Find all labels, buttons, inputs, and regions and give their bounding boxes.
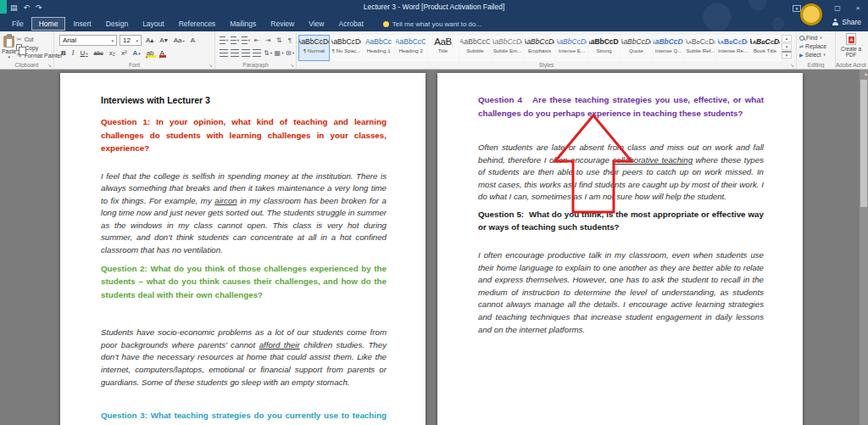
italic-button[interactable]: I	[70, 49, 76, 57]
style-subtle-emphasis[interactable]: AaBbCcDcSubtle Em...	[492, 35, 523, 61]
vertical-scrollbar[interactable]: ▴	[860, 70, 868, 425]
style-intense-quote[interactable]: AaBbCcDcIntense Q...	[653, 35, 684, 61]
style-title[interactable]: AaBTitle	[427, 35, 459, 61]
tab-review[interactable]: Review	[264, 18, 301, 30]
find-button[interactable]: Find	[799, 34, 833, 42]
answer-2-paragraph[interactable]: Students have socio-economic problems as…	[101, 327, 387, 389]
clipboard-group: Paste ▾ ✂Cut Copy ✎Format Painter Clipbo…	[0, 31, 54, 69]
multilevel-list-button[interactable]	[242, 36, 250, 46]
tab-view[interactable]: View	[302, 18, 331, 30]
style-subtle-reference[interactable]: AaBbCcDcSubtle Ref...	[685, 35, 716, 61]
style-name: Quote	[629, 48, 643, 53]
decrease-indent-button[interactable]: ⇤	[253, 36, 261, 46]
scroll-up-icon[interactable]: ▴	[865, 70, 867, 76]
style-heading-2[interactable]: AaBbCcCHeading 2	[395, 35, 426, 61]
save-icon[interactable]: ▤	[10, 2, 18, 14]
sort-button[interactable]: ⇅	[275, 36, 283, 46]
question-1-heading[interactable]: Question 1: In your opinion, what kind o…	[101, 115, 387, 155]
styles-scroll-up-button[interactable]: ▴	[782, 35, 792, 42]
tab-acrobat[interactable]: Acrobat	[331, 18, 370, 30]
paragraph-group-label: Paragraph	[215, 62, 296, 68]
tab-home[interactable]: Home	[31, 17, 66, 31]
undo-icon[interactable]: ↶	[24, 2, 31, 14]
style-normal[interactable]: AaBbCcDc¶ Normal	[298, 35, 330, 61]
question-2-heading[interactable]: Question 2: What do you think of those c…	[101, 262, 387, 302]
answer-5-paragraph[interactable]: I often encourage productive talk in my …	[478, 249, 764, 336]
borders-button[interactable]: ⊞	[286, 48, 294, 59]
bullets-button[interactable]	[220, 36, 228, 46]
clipboard-dialog-launcher[interactable]: ↘	[47, 62, 52, 68]
style-preview: AaBbCcDc	[556, 36, 587, 48]
grow-font-button[interactable]: A▴	[144, 36, 155, 44]
subscript-button[interactable]: x₂	[108, 49, 117, 57]
paragraph-dialog-launcher[interactable]: ↘	[290, 62, 294, 68]
style-name: Intense E...	[559, 48, 585, 53]
shading-button[interactable]: ▦	[275, 48, 283, 59]
close-button[interactable]: ×	[848, 0, 868, 16]
style-preview: AaB	[434, 36, 452, 48]
red-arrow-shape[interactable]	[547, 109, 640, 219]
styles-gallery: AaBbCcDc¶ Normal AaBbCcDc¶ No Spac... Aa…	[298, 34, 781, 59]
create-pdf-button[interactable]: Create a PDF	[837, 33, 865, 58]
text-effects-button[interactable]: A	[131, 49, 142, 57]
share-button[interactable]: Share	[832, 18, 861, 26]
style-subtitle[interactable]: AaBbCcCSubtitle	[459, 35, 491, 61]
tab-insert[interactable]: Insert	[66, 18, 97, 30]
redo-icon[interactable]: ↷	[36, 2, 42, 14]
shrink-font-button[interactable]: A▾	[158, 36, 169, 44]
show-paragraph-marks-button[interactable]: ¶	[286, 36, 294, 46]
tab-layout[interactable]: Layout	[136, 18, 171, 30]
line-spacing-button[interactable]: ⇅	[264, 48, 272, 59]
style-quote[interactable]: AaBbCcDcQuote	[620, 35, 652, 61]
align-center-button[interactable]	[231, 48, 239, 59]
style-book-title[interactable]: AaBbCcDcBook Title	[749, 35, 781, 61]
underline-button[interactable]: U	[78, 49, 89, 57]
style-intense-emphasis[interactable]: AaBbCcDcIntense E...	[556, 35, 587, 61]
style-name: Intense Re...	[718, 48, 748, 53]
tab-design[interactable]: Design	[99, 18, 135, 30]
select-button[interactable]: ▶Select	[799, 51, 833, 59]
style-heading-1[interactable]: AaBbCcHeading 1	[363, 35, 394, 61]
style-emphasis[interactable]: AaBbCcDcEmphasis	[524, 35, 555, 61]
align-left-button[interactable]	[220, 48, 228, 59]
style-no-spacing[interactable]: AaBbCcDc¶ No Spac...	[331, 35, 362, 61]
question-3-heading[interactable]: Question 3: What teaching strategies do …	[101, 409, 387, 425]
tell-me-box[interactable]: Tell me what you want to do...	[383, 20, 481, 28]
change-case-button[interactable]: Aa	[172, 36, 186, 44]
numbering-button[interactable]	[231, 36, 239, 46]
style-name: Emphasis	[528, 48, 551, 53]
styles-group-label: Styles	[297, 62, 796, 68]
styles-more-button[interactable]: ▾	[782, 51, 792, 59]
justify-button[interactable]	[253, 48, 261, 59]
align-right-button[interactable]	[242, 48, 250, 59]
maximize-button[interactable]: ▢	[827, 0, 848, 16]
paste-button[interactable]: Paste ▾	[2, 34, 16, 59]
superscript-button[interactable]: x²	[120, 49, 129, 57]
style-intense-reference[interactable]: AaBbCcDcIntense Re...	[717, 35, 748, 61]
tab-mailings[interactable]: Mailings	[223, 18, 263, 30]
styles-scroll-down-button[interactable]: ▾	[782, 43, 792, 51]
scrollbar-thumb[interactable]	[860, 80, 867, 207]
styles-dialog-launcher[interactable]: ↘	[790, 62, 794, 68]
clear-formatting-button[interactable]: A	[189, 36, 197, 44]
answer-1-paragraph[interactable]: I feel that the college is selfish in sp…	[101, 171, 387, 257]
tab-references[interactable]: References	[172, 18, 222, 30]
style-preview: AaBbCcDc	[749, 36, 781, 48]
cut-icon: ✂	[16, 36, 21, 43]
bold-button[interactable]: B	[59, 49, 68, 57]
strikethrough-button[interactable]: abc	[92, 50, 105, 56]
replace-button[interactable]: ⇄Replace	[799, 42, 833, 50]
style-preview: AaBbCcDc	[717, 36, 748, 48]
font-color-button[interactable]: A	[159, 49, 166, 57]
font-size-select[interactable]: 12▾	[120, 35, 142, 46]
style-strong[interactable]: AaBbCcDcStrong	[588, 35, 620, 61]
tab-file[interactable]: File	[5, 18, 31, 30]
font-family-select[interactable]: Arial▾	[59, 35, 117, 46]
recording-strip	[0, 0, 7, 14]
numbered-list-icon	[231, 36, 236, 44]
font-dialog-launcher[interactable]: ↘	[209, 62, 213, 68]
document-page-1[interactable]: Interviews with Lecturer 3 Question 1: I…	[60, 73, 426, 425]
highlight-color-button[interactable]: ab	[145, 49, 156, 57]
document-heading[interactable]: Interviews with Lecturer 3	[101, 95, 387, 105]
increase-indent-button[interactable]: ⇥	[264, 36, 272, 46]
